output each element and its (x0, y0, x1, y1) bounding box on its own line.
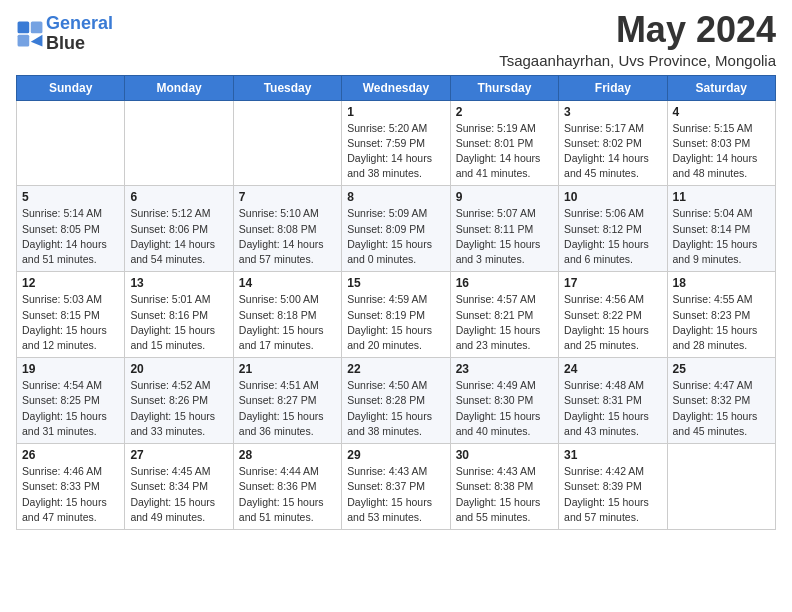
day-number: 15 (347, 276, 444, 290)
calendar-cell (17, 100, 125, 186)
day-info: Sunrise: 5:15 AM Sunset: 8:03 PM Dayligh… (673, 121, 770, 182)
logo-icon (16, 20, 44, 48)
calendar-cell: 3Sunrise: 5:17 AM Sunset: 8:02 PM Daylig… (559, 100, 667, 186)
day-info: Sunrise: 5:20 AM Sunset: 7:59 PM Dayligh… (347, 121, 444, 182)
day-number: 1 (347, 105, 444, 119)
calendar-cell: 5Sunrise: 5:14 AM Sunset: 8:05 PM Daylig… (17, 186, 125, 272)
calendar-cell (667, 444, 775, 530)
day-info: Sunrise: 5:06 AM Sunset: 8:12 PM Dayligh… (564, 206, 661, 267)
day-info: Sunrise: 4:59 AM Sunset: 8:19 PM Dayligh… (347, 292, 444, 353)
calendar-cell: 4Sunrise: 5:15 AM Sunset: 8:03 PM Daylig… (667, 100, 775, 186)
day-info: Sunrise: 4:56 AM Sunset: 8:22 PM Dayligh… (564, 292, 661, 353)
day-info: Sunrise: 5:00 AM Sunset: 8:18 PM Dayligh… (239, 292, 336, 353)
day-info: Sunrise: 5:14 AM Sunset: 8:05 PM Dayligh… (22, 206, 119, 267)
day-number: 28 (239, 448, 336, 462)
weekday-header-tuesday: Tuesday (233, 75, 341, 100)
day-number: 20 (130, 362, 227, 376)
day-info: Sunrise: 4:42 AM Sunset: 8:39 PM Dayligh… (564, 464, 661, 525)
weekday-header-wednesday: Wednesday (342, 75, 450, 100)
day-number: 23 (456, 362, 553, 376)
calendar-cell: 21Sunrise: 4:51 AM Sunset: 8:27 PM Dayli… (233, 358, 341, 444)
calendar-cell: 9Sunrise: 5:07 AM Sunset: 8:11 PM Daylig… (450, 186, 558, 272)
calendar-cell (125, 100, 233, 186)
day-info: Sunrise: 4:43 AM Sunset: 8:38 PM Dayligh… (456, 464, 553, 525)
day-number: 30 (456, 448, 553, 462)
day-info: Sunrise: 4:43 AM Sunset: 8:37 PM Dayligh… (347, 464, 444, 525)
calendar-cell: 20Sunrise: 4:52 AM Sunset: 8:26 PM Dayli… (125, 358, 233, 444)
day-number: 21 (239, 362, 336, 376)
calendar-table: SundayMondayTuesdayWednesdayThursdayFrid… (16, 75, 776, 530)
day-info: Sunrise: 4:46 AM Sunset: 8:33 PM Dayligh… (22, 464, 119, 525)
svg-rect-1 (31, 21, 43, 33)
weekday-header-sunday: Sunday (17, 75, 125, 100)
day-number: 3 (564, 105, 661, 119)
day-number: 31 (564, 448, 661, 462)
calendar-week-1: 1Sunrise: 5:20 AM Sunset: 7:59 PM Daylig… (17, 100, 776, 186)
weekday-header-monday: Monday (125, 75, 233, 100)
day-info: Sunrise: 5:07 AM Sunset: 8:11 PM Dayligh… (456, 206, 553, 267)
calendar-cell: 7Sunrise: 5:10 AM Sunset: 8:08 PM Daylig… (233, 186, 341, 272)
title-block: May 2024 Tsagaanhayrhan, Uvs Province, M… (499, 10, 776, 69)
day-number: 13 (130, 276, 227, 290)
day-number: 14 (239, 276, 336, 290)
calendar-cell: 17Sunrise: 4:56 AM Sunset: 8:22 PM Dayli… (559, 272, 667, 358)
calendar-cell: 29Sunrise: 4:43 AM Sunset: 8:37 PM Dayli… (342, 444, 450, 530)
day-info: Sunrise: 4:47 AM Sunset: 8:32 PM Dayligh… (673, 378, 770, 439)
page-header: GeneralBlue May 2024 Tsagaanhayrhan, Uvs… (16, 10, 776, 69)
day-info: Sunrise: 5:17 AM Sunset: 8:02 PM Dayligh… (564, 121, 661, 182)
day-number: 9 (456, 190, 553, 204)
calendar-cell: 24Sunrise: 4:48 AM Sunset: 8:31 PM Dayli… (559, 358, 667, 444)
calendar-cell: 26Sunrise: 4:46 AM Sunset: 8:33 PM Dayli… (17, 444, 125, 530)
day-number: 19 (22, 362, 119, 376)
calendar-cell: 18Sunrise: 4:55 AM Sunset: 8:23 PM Dayli… (667, 272, 775, 358)
day-info: Sunrise: 4:49 AM Sunset: 8:30 PM Dayligh… (456, 378, 553, 439)
day-number: 24 (564, 362, 661, 376)
day-info: Sunrise: 4:44 AM Sunset: 8:36 PM Dayligh… (239, 464, 336, 525)
calendar-week-4: 19Sunrise: 4:54 AM Sunset: 8:25 PM Dayli… (17, 358, 776, 444)
day-number: 4 (673, 105, 770, 119)
weekday-header-saturday: Saturday (667, 75, 775, 100)
day-number: 18 (673, 276, 770, 290)
day-info: Sunrise: 5:03 AM Sunset: 8:15 PM Dayligh… (22, 292, 119, 353)
calendar-cell (233, 100, 341, 186)
calendar-cell: 13Sunrise: 5:01 AM Sunset: 8:16 PM Dayli… (125, 272, 233, 358)
day-info: Sunrise: 4:55 AM Sunset: 8:23 PM Dayligh… (673, 292, 770, 353)
weekday-header-row: SundayMondayTuesdayWednesdayThursdayFrid… (17, 75, 776, 100)
calendar-cell: 14Sunrise: 5:00 AM Sunset: 8:18 PM Dayli… (233, 272, 341, 358)
weekday-header-friday: Friday (559, 75, 667, 100)
day-info: Sunrise: 4:45 AM Sunset: 8:34 PM Dayligh… (130, 464, 227, 525)
calendar-week-3: 12Sunrise: 5:03 AM Sunset: 8:15 PM Dayli… (17, 272, 776, 358)
day-info: Sunrise: 4:48 AM Sunset: 8:31 PM Dayligh… (564, 378, 661, 439)
day-number: 22 (347, 362, 444, 376)
calendar-week-5: 26Sunrise: 4:46 AM Sunset: 8:33 PM Dayli… (17, 444, 776, 530)
calendar-cell: 15Sunrise: 4:59 AM Sunset: 8:19 PM Dayli… (342, 272, 450, 358)
location-title: Tsagaanhayrhan, Uvs Province, Mongolia (499, 52, 776, 69)
day-info: Sunrise: 4:57 AM Sunset: 8:21 PM Dayligh… (456, 292, 553, 353)
calendar-cell: 19Sunrise: 4:54 AM Sunset: 8:25 PM Dayli… (17, 358, 125, 444)
day-info: Sunrise: 4:51 AM Sunset: 8:27 PM Dayligh… (239, 378, 336, 439)
day-info: Sunrise: 5:12 AM Sunset: 8:06 PM Dayligh… (130, 206, 227, 267)
day-number: 29 (347, 448, 444, 462)
day-info: Sunrise: 5:19 AM Sunset: 8:01 PM Dayligh… (456, 121, 553, 182)
month-title: May 2024 (499, 10, 776, 50)
calendar-cell: 25Sunrise: 4:47 AM Sunset: 8:32 PM Dayli… (667, 358, 775, 444)
calendar-week-2: 5Sunrise: 5:14 AM Sunset: 8:05 PM Daylig… (17, 186, 776, 272)
day-number: 11 (673, 190, 770, 204)
calendar-cell: 10Sunrise: 5:06 AM Sunset: 8:12 PM Dayli… (559, 186, 667, 272)
weekday-header-thursday: Thursday (450, 75, 558, 100)
calendar-cell: 1Sunrise: 5:20 AM Sunset: 7:59 PM Daylig… (342, 100, 450, 186)
calendar-cell: 6Sunrise: 5:12 AM Sunset: 8:06 PM Daylig… (125, 186, 233, 272)
calendar-cell: 30Sunrise: 4:43 AM Sunset: 8:38 PM Dayli… (450, 444, 558, 530)
calendar-cell: 22Sunrise: 4:50 AM Sunset: 8:28 PM Dayli… (342, 358, 450, 444)
calendar-cell: 23Sunrise: 4:49 AM Sunset: 8:30 PM Dayli… (450, 358, 558, 444)
day-number: 16 (456, 276, 553, 290)
day-info: Sunrise: 5:04 AM Sunset: 8:14 PM Dayligh… (673, 206, 770, 267)
day-number: 2 (456, 105, 553, 119)
day-number: 12 (22, 276, 119, 290)
day-info: Sunrise: 5:10 AM Sunset: 8:08 PM Dayligh… (239, 206, 336, 267)
day-number: 7 (239, 190, 336, 204)
day-number: 25 (673, 362, 770, 376)
calendar-cell: 31Sunrise: 4:42 AM Sunset: 8:39 PM Dayli… (559, 444, 667, 530)
day-info: Sunrise: 5:01 AM Sunset: 8:16 PM Dayligh… (130, 292, 227, 353)
calendar-cell: 16Sunrise: 4:57 AM Sunset: 8:21 PM Dayli… (450, 272, 558, 358)
